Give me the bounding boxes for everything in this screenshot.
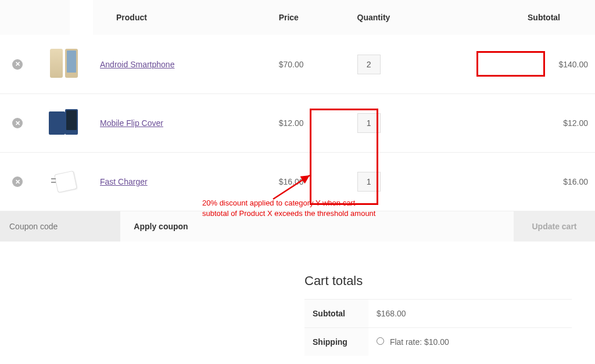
quantity-input[interactable] <box>357 113 381 133</box>
item-subtotal: $16.00 <box>445 153 595 211</box>
apply-coupon-button[interactable]: Apply coupon <box>120 211 202 242</box>
product-thumbnail[interactable] <box>46 46 81 81</box>
item-price: $16.00 <box>272 153 350 211</box>
remove-item-button[interactable]: ✕ <box>12 118 23 128</box>
item-price: $70.00 <box>272 35 350 94</box>
update-cart-button[interactable]: Update cart <box>514 211 595 242</box>
item-subtotal: $140.00 <box>445 35 595 94</box>
header-subtotal: Subtotal <box>445 0 595 35</box>
coupon-code-input[interactable] <box>0 211 120 242</box>
product-link[interactable]: Mobile Flip Cover <box>100 118 163 128</box>
cart-table: Product Price Quantity Subtotal ✕ Androi… <box>0 0 595 242</box>
cart-totals: Cart totals Subtotal $168.00 Shipping Fl… <box>304 273 572 356</box>
totals-subtotal-label: Subtotal <box>304 300 368 328</box>
header-product: Product <box>93 0 272 35</box>
cart-row: ✕ Mobile Flip Cover $12.00 $12.00 <box>0 94 595 153</box>
product-link[interactable]: Fast Charger <box>100 177 148 186</box>
item-price: $12.00 <box>272 94 350 153</box>
remove-item-button[interactable]: ✕ <box>12 59 23 70</box>
cart-row: ✕ Android Smartphone $70.00 $140.00 <box>0 35 595 94</box>
totals-subtotal-value: $168.00 <box>368 300 572 328</box>
product-thumbnail[interactable] <box>46 106 81 140</box>
item-subtotal: $12.00 <box>445 94 595 153</box>
shipping-option-label: Flat rate: $10.00 <box>390 337 449 347</box>
cart-actions: Apply coupon Update cart <box>0 211 595 242</box>
quantity-input[interactable] <box>357 55 381 74</box>
remove-item-button[interactable]: ✕ <box>12 176 23 187</box>
shipping-option[interactable]: Flat rate: $10.00 <box>377 337 449 347</box>
product-link[interactable]: Android Smartphone <box>100 60 174 69</box>
cart-row: ✕ Fast Charger $16.00 $16.00 <box>0 153 595 211</box>
header-price: Price <box>272 0 350 35</box>
shipping-radio[interactable] <box>377 337 384 345</box>
header-quantity: Quantity <box>350 0 445 35</box>
cart-totals-title: Cart totals <box>304 273 572 289</box>
product-thumbnail[interactable] <box>46 164 81 199</box>
quantity-input[interactable] <box>357 172 381 192</box>
totals-shipping-label: Shipping <box>304 328 368 356</box>
